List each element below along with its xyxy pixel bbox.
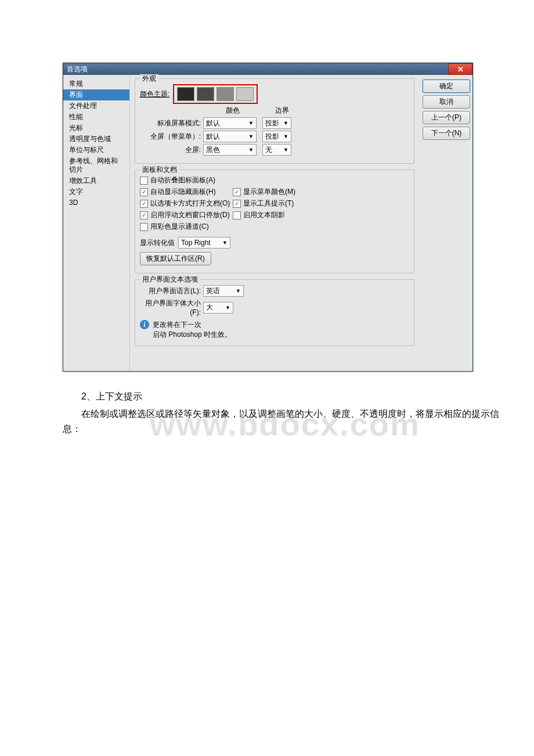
restart-notice-2: 启动 Photoshop 时生效。 bbox=[153, 330, 232, 340]
show-transform-value: Top Right bbox=[181, 239, 211, 247]
sidebar-item[interactable]: 单位与标尺 bbox=[63, 145, 129, 156]
appearance-row: 全屏（带菜单）:默认▼投影▼ bbox=[140, 131, 409, 142]
show-transform-label: 显示转化值 bbox=[140, 238, 175, 248]
chevron-down-icon: ▼ bbox=[236, 288, 241, 294]
chevron-down-icon: ▼ bbox=[248, 120, 254, 126]
text-options-group: 用户界面文本选项 用户界面语言(L): 英语 ▼ 用户界面字体大小(F): 大 … bbox=[135, 279, 414, 346]
row-label: 全屏（带菜单）: bbox=[140, 132, 201, 142]
ui-lang-combo[interactable]: 英语 ▼ bbox=[203, 285, 244, 297]
checkbox-menu-colors[interactable]: ✓ bbox=[233, 188, 241, 196]
border-combo[interactable]: 投影▼ bbox=[262, 131, 291, 142]
chevron-down-icon: ▼ bbox=[225, 305, 230, 311]
checkbox-text-shadow[interactable] bbox=[233, 211, 241, 219]
show-transform-combo[interactable]: Top Right ▼ bbox=[178, 237, 230, 249]
checkbox-tooltips[interactable]: ✓ bbox=[233, 200, 241, 208]
sidebar-item[interactable]: 常规 bbox=[63, 78, 129, 89]
chevron-down-icon: ▼ bbox=[222, 240, 228, 246]
text-options-legend: 用户界面文本选项 bbox=[140, 275, 200, 283]
row-label: 全屏: bbox=[140, 145, 201, 155]
text-shadow-label: 启用文本阴影 bbox=[243, 210, 285, 220]
chevron-down-icon: ▼ bbox=[283, 134, 288, 139]
main-panel: 外观 颜色主题: 颜色 边界 标准屏幕模式:默认▼投影▼全屏（带菜单）:默认▼投… bbox=[130, 75, 419, 371]
article-p2: 在绘制或调整选区或路径等矢量对象，以及调整画笔的大小、硬度、不透明度时，将显示相… bbox=[63, 406, 504, 437]
color-theme-label: 颜色主题: bbox=[140, 89, 169, 99]
sidebar-item[interactable]: 文件处理 bbox=[63, 100, 129, 111]
ok-button[interactable]: 确定 bbox=[423, 80, 470, 93]
dialog-title: 首选项 bbox=[67, 64, 88, 74]
sidebar-item[interactable]: 3D bbox=[63, 197, 129, 208]
col-border-header: 边界 bbox=[265, 106, 300, 116]
checkbox-open-as-tabs[interactable]: ✓ bbox=[140, 200, 148, 208]
color-swatch[interactable] bbox=[197, 87, 214, 101]
appearance-group: 外观 颜色主题: 颜色 边界 标准屏幕模式:默认▼投影▼全屏（带菜单）:默认▼投… bbox=[135, 78, 414, 164]
color-theme-swatches bbox=[173, 84, 258, 104]
checkbox-floating-dock[interactable]: ✓ bbox=[140, 211, 148, 219]
auto-collapse-label: 自动折叠图标面板(A) bbox=[150, 175, 215, 185]
prev-button[interactable]: 上一个(P) bbox=[423, 111, 470, 124]
ui-font-size-label: 用户界面字体大小(F): bbox=[140, 298, 201, 316]
row-label: 标准屏幕模式: bbox=[140, 118, 201, 128]
color-combo[interactable]: 黑色▼ bbox=[203, 144, 257, 156]
tooltips-label: 显示工具提示(T) bbox=[243, 199, 294, 208]
chevron-down-icon: ▼ bbox=[248, 134, 254, 139]
checkbox-color-channels[interactable] bbox=[140, 223, 148, 231]
sidebar-item[interactable]: 光标 bbox=[63, 123, 129, 134]
chevron-down-icon: ▼ bbox=[283, 147, 288, 153]
close-button[interactable]: ✕ bbox=[448, 63, 472, 75]
cancel-button[interactable]: 取消 bbox=[423, 95, 470, 109]
sidebar: 常规界面文件处理性能光标透明度与色域单位与标尺参考线、网格和切片增效工具文字3D bbox=[63, 75, 130, 371]
info-icon: i bbox=[140, 320, 149, 329]
color-combo[interactable]: 默认▼ bbox=[203, 131, 257, 142]
ui-font-size-combo[interactable]: 大 ▼ bbox=[203, 302, 233, 314]
checkbox-auto-collapse[interactable] bbox=[140, 177, 148, 185]
preferences-dialog: 首选项 ✕ 常规界面文件处理性能光标透明度与色域单位与标尺参考线、网格和切片增效… bbox=[63, 63, 473, 372]
sidebar-item[interactable]: 参考线、网格和切片 bbox=[63, 156, 129, 175]
chevron-down-icon: ▼ bbox=[248, 147, 254, 153]
auto-show-hidden-label: 自动显示隐藏面板(H) bbox=[150, 187, 216, 197]
dialog-buttons: 确定 取消 上一个(P) 下一个(N) bbox=[419, 75, 472, 371]
reset-workspace-button[interactable]: 恢复默认工作区(R) bbox=[140, 252, 211, 265]
panels-legend: 面板和文档 bbox=[140, 165, 179, 174]
floating-dock-label: 启用浮动文档窗口停放(D) bbox=[150, 210, 230, 220]
sidebar-item[interactable]: 文字 bbox=[63, 186, 129, 197]
sidebar-item[interactable]: 增效工具 bbox=[63, 175, 129, 186]
menu-colors-label: 显示菜单颜色(M) bbox=[243, 187, 295, 197]
appearance-row: 全屏:黑色▼无▼ bbox=[140, 144, 409, 156]
appearance-legend: 外观 bbox=[140, 74, 158, 82]
border-combo[interactable]: 投影▼ bbox=[262, 117, 291, 129]
article-p1: 2、上下文提示 bbox=[63, 389, 504, 404]
restart-notice-1: 更改将在下一次 bbox=[153, 320, 232, 330]
color-swatch[interactable] bbox=[177, 87, 194, 101]
next-button[interactable]: 下一个(N) bbox=[423, 127, 470, 140]
ui-lang-value: 英语 bbox=[206, 286, 220, 296]
titlebar: 首选项 ✕ bbox=[63, 63, 472, 75]
border-combo[interactable]: 无▼ bbox=[262, 144, 291, 156]
sidebar-item[interactable]: 性能 bbox=[63, 111, 129, 123]
sidebar-item[interactable]: 界面 bbox=[63, 89, 129, 100]
ui-font-size-value: 大 bbox=[206, 303, 213, 312]
article-text: 2、上下文提示 在绘制或调整选区或路径等矢量对象，以及调整画笔的大小、硬度、不透… bbox=[63, 389, 504, 437]
color-swatch[interactable] bbox=[236, 87, 254, 101]
ui-lang-label: 用户界面语言(L): bbox=[140, 286, 201, 296]
color-channels-label: 用彩色显示通道(C) bbox=[150, 222, 209, 232]
checkbox-auto-show-hidden[interactable]: ✓ bbox=[140, 188, 148, 196]
close-icon: ✕ bbox=[457, 65, 464, 74]
chevron-down-icon: ▼ bbox=[283, 120, 288, 126]
open-as-tabs-label: 以选项卡方式打开文档(O) bbox=[150, 199, 230, 208]
col-color-header: 颜色 bbox=[201, 106, 265, 116]
color-swatch[interactable] bbox=[217, 87, 234, 101]
color-combo[interactable]: 默认▼ bbox=[203, 117, 257, 129]
panels-group: 面板和文档 自动折叠图标面板(A) ✓自动显示隐藏面板(H) ✓以选项卡方式打开… bbox=[135, 170, 414, 273]
sidebar-item[interactable]: 透明度与色域 bbox=[63, 134, 129, 145]
appearance-row: 标准屏幕模式:默认▼投影▼ bbox=[140, 117, 409, 129]
